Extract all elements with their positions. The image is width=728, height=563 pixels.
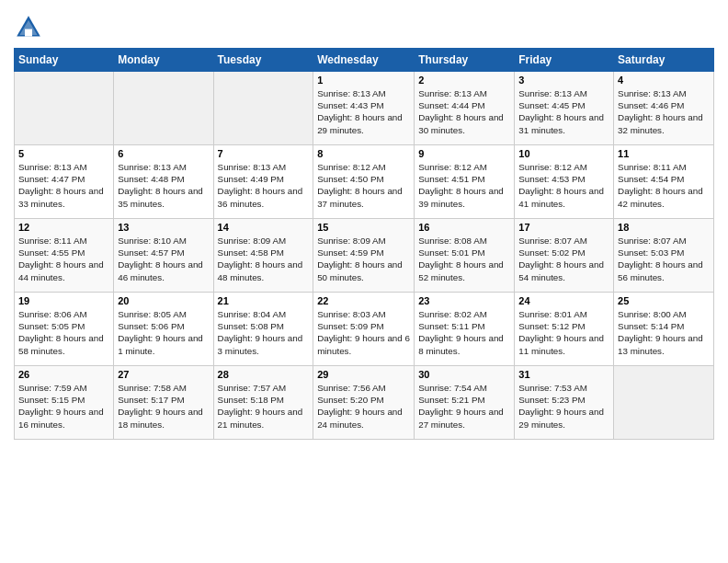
- calendar-cell: 3Sunrise: 8:13 AM Sunset: 4:45 PM Daylig…: [515, 72, 614, 145]
- day-number: 9: [418, 148, 510, 159]
- day-number: 27: [118, 369, 209, 380]
- day-number: 5: [18, 148, 109, 159]
- day-number: 29: [317, 369, 410, 380]
- calendar-week-row: 12Sunrise: 8:11 AM Sunset: 4:55 PM Dayli…: [15, 219, 714, 293]
- calendar-cell: 23Sunrise: 8:02 AM Sunset: 5:11 PM Dayli…: [415, 293, 515, 366]
- day-number: 4: [618, 75, 710, 86]
- calendar-week-row: 5Sunrise: 8:13 AM Sunset: 4:47 PM Daylig…: [15, 145, 714, 219]
- day-info: Sunrise: 8:12 AM Sunset: 4:51 PM Dayligh…: [418, 161, 510, 210]
- calendar-cell: 11Sunrise: 8:11 AM Sunset: 4:54 PM Dayli…: [614, 145, 714, 219]
- calendar-cell: 17Sunrise: 8:07 AM Sunset: 5:02 PM Dayli…: [515, 219, 614, 293]
- calendar-cell: [114, 72, 213, 145]
- day-number: 21: [218, 295, 310, 306]
- day-info: Sunrise: 8:13 AM Sunset: 4:47 PM Dayligh…: [18, 161, 109, 210]
- day-info: Sunrise: 8:13 AM Sunset: 4:44 PM Dayligh…: [418, 87, 510, 136]
- calendar-cell: 29Sunrise: 7:56 AM Sunset: 5:20 PM Dayli…: [313, 366, 415, 440]
- calendar-cell: 22Sunrise: 8:03 AM Sunset: 5:09 PM Dayli…: [313, 293, 415, 366]
- calendar-cell: [213, 72, 313, 145]
- day-number: 15: [317, 222, 410, 233]
- header: [14, 9, 714, 42]
- day-info: Sunrise: 8:07 AM Sunset: 5:03 PM Dayligh…: [618, 235, 710, 283]
- day-of-week-header: Tuesday: [213, 49, 313, 72]
- day-info: Sunrise: 7:54 AM Sunset: 5:21 PM Dayligh…: [418, 382, 510, 431]
- calendar-week-row: 26Sunrise: 7:59 AM Sunset: 5:15 PM Dayli…: [15, 366, 714, 440]
- page: SundayMondayTuesdayWednesdayThursdayFrid…: [0, 0, 728, 563]
- day-info: Sunrise: 7:58 AM Sunset: 5:17 PM Dayligh…: [118, 382, 209, 431]
- calendar-cell: 26Sunrise: 7:59 AM Sunset: 5:15 PM Dayli…: [15, 366, 114, 440]
- day-of-week-header: Wednesday: [313, 49, 415, 72]
- calendar-cell: 10Sunrise: 8:12 AM Sunset: 4:53 PM Dayli…: [515, 145, 614, 219]
- calendar-week-row: 1Sunrise: 8:13 AM Sunset: 4:43 PM Daylig…: [15, 72, 714, 145]
- day-of-week-header: Monday: [114, 49, 213, 72]
- calendar-cell: 21Sunrise: 8:04 AM Sunset: 5:08 PM Dayli…: [213, 293, 313, 366]
- calendar-header-row: SundayMondayTuesdayWednesdayThursdayFrid…: [15, 49, 714, 72]
- day-info: Sunrise: 8:13 AM Sunset: 4:43 PM Dayligh…: [317, 87, 410, 136]
- day-number: 2: [418, 75, 510, 86]
- day-info: Sunrise: 8:11 AM Sunset: 4:54 PM Dayligh…: [618, 161, 710, 210]
- calendar-cell: 24Sunrise: 8:01 AM Sunset: 5:12 PM Dayli…: [515, 293, 614, 366]
- day-info: Sunrise: 8:03 AM Sunset: 5:09 PM Dayligh…: [317, 308, 410, 357]
- day-number: 26: [18, 369, 109, 380]
- day-of-week-header: Saturday: [614, 49, 714, 72]
- day-number: 12: [18, 222, 109, 233]
- calendar-cell: 30Sunrise: 7:54 AM Sunset: 5:21 PM Dayli…: [415, 366, 515, 440]
- day-info: Sunrise: 8:09 AM Sunset: 4:59 PM Dayligh…: [317, 235, 410, 283]
- day-info: Sunrise: 8:13 AM Sunset: 4:46 PM Dayligh…: [618, 87, 710, 136]
- day-number: 30: [418, 369, 510, 380]
- day-number: 6: [118, 148, 209, 159]
- day-number: 8: [317, 148, 410, 159]
- logo: [14, 13, 47, 42]
- day-number: 23: [418, 295, 510, 306]
- day-info: Sunrise: 8:07 AM Sunset: 5:02 PM Dayligh…: [518, 235, 609, 283]
- day-number: 31: [518, 369, 609, 380]
- calendar-cell: 12Sunrise: 8:11 AM Sunset: 4:55 PM Dayli…: [15, 219, 114, 293]
- calendar-cell: 5Sunrise: 8:13 AM Sunset: 4:47 PM Daylig…: [15, 145, 114, 219]
- calendar-cell: 13Sunrise: 8:10 AM Sunset: 4:57 PM Dayli…: [114, 219, 213, 293]
- day-number: 14: [218, 222, 310, 233]
- day-info: Sunrise: 7:53 AM Sunset: 5:23 PM Dayligh…: [518, 382, 609, 431]
- day-info: Sunrise: 8:11 AM Sunset: 4:55 PM Dayligh…: [18, 235, 109, 283]
- calendar-cell: 25Sunrise: 8:00 AM Sunset: 5:14 PM Dayli…: [614, 293, 714, 366]
- day-info: Sunrise: 8:12 AM Sunset: 4:50 PM Dayligh…: [317, 161, 410, 210]
- day-info: Sunrise: 7:59 AM Sunset: 5:15 PM Dayligh…: [18, 382, 109, 431]
- logo-icon: [14, 13, 43, 42]
- day-number: 22: [317, 295, 410, 306]
- day-number: 7: [218, 148, 310, 159]
- day-info: Sunrise: 8:12 AM Sunset: 4:53 PM Dayligh…: [518, 161, 609, 210]
- day-number: 11: [618, 148, 710, 159]
- day-number: 10: [518, 148, 609, 159]
- svg-rect-2: [25, 29, 32, 37]
- calendar-cell: 7Sunrise: 8:13 AM Sunset: 4:49 PM Daylig…: [213, 145, 313, 219]
- day-number: 1: [317, 75, 410, 86]
- day-info: Sunrise: 8:04 AM Sunset: 5:08 PM Dayligh…: [218, 308, 310, 357]
- day-info: Sunrise: 8:13 AM Sunset: 4:49 PM Dayligh…: [218, 161, 310, 210]
- day-number: 18: [618, 222, 710, 233]
- day-info: Sunrise: 8:06 AM Sunset: 5:05 PM Dayligh…: [18, 308, 109, 357]
- calendar-cell: 1Sunrise: 8:13 AM Sunset: 4:43 PM Daylig…: [313, 72, 415, 145]
- day-number: 16: [418, 222, 510, 233]
- calendar-cell: 18Sunrise: 8:07 AM Sunset: 5:03 PM Dayli…: [614, 219, 714, 293]
- day-number: 19: [18, 295, 109, 306]
- calendar-cell: 15Sunrise: 8:09 AM Sunset: 4:59 PM Dayli…: [313, 219, 415, 293]
- calendar-table: SundayMondayTuesdayWednesdayThursdayFrid…: [14, 48, 714, 440]
- calendar-cell: 4Sunrise: 8:13 AM Sunset: 4:46 PM Daylig…: [614, 72, 714, 145]
- day-number: 25: [618, 295, 710, 306]
- day-info: Sunrise: 8:13 AM Sunset: 4:48 PM Dayligh…: [118, 161, 209, 210]
- calendar-cell: 28Sunrise: 7:57 AM Sunset: 5:18 PM Dayli…: [213, 366, 313, 440]
- calendar-cell: 19Sunrise: 8:06 AM Sunset: 5:05 PM Dayli…: [15, 293, 114, 366]
- day-of-week-header: Friday: [515, 49, 614, 72]
- day-info: Sunrise: 8:01 AM Sunset: 5:12 PM Dayligh…: [518, 308, 609, 357]
- calendar-cell: 9Sunrise: 8:12 AM Sunset: 4:51 PM Daylig…: [415, 145, 515, 219]
- calendar-cell: 16Sunrise: 8:08 AM Sunset: 5:01 PM Dayli…: [415, 219, 515, 293]
- calendar-week-row: 19Sunrise: 8:06 AM Sunset: 5:05 PM Dayli…: [15, 293, 714, 366]
- day-number: 20: [118, 295, 209, 306]
- day-number: 3: [518, 75, 609, 86]
- calendar-cell: [614, 366, 714, 440]
- day-info: Sunrise: 8:08 AM Sunset: 5:01 PM Dayligh…: [418, 235, 510, 283]
- calendar-cell: 27Sunrise: 7:58 AM Sunset: 5:17 PM Dayli…: [114, 366, 213, 440]
- calendar-cell: 6Sunrise: 8:13 AM Sunset: 4:48 PM Daylig…: [114, 145, 213, 219]
- calendar-cell: 20Sunrise: 8:05 AM Sunset: 5:06 PM Dayli…: [114, 293, 213, 366]
- day-number: 24: [518, 295, 609, 306]
- day-info: Sunrise: 8:05 AM Sunset: 5:06 PM Dayligh…: [118, 308, 209, 357]
- day-info: Sunrise: 8:10 AM Sunset: 4:57 PM Dayligh…: [118, 235, 209, 283]
